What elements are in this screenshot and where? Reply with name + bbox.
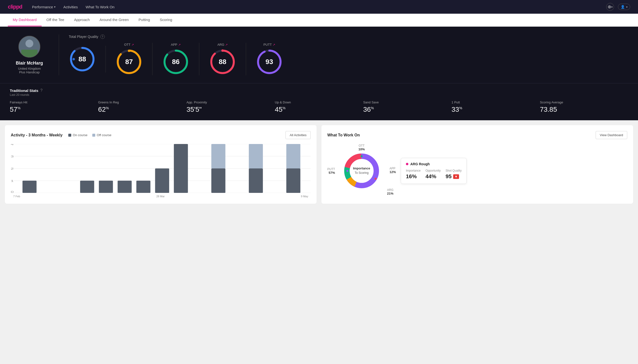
ott-arrow-icon: ↗ <box>131 43 134 46</box>
svg-rect-34 <box>211 168 225 193</box>
stat-sand-save: Sand Save 36% <box>363 100 452 114</box>
x-label-mar: 28 Mar <box>156 195 164 198</box>
tab-off-the-tee[interactable]: Off the Tee <box>42 14 69 26</box>
user-menu-button[interactable]: 👤 ▾ <box>618 4 630 10</box>
tab-my-dashboard[interactable]: My Dashboard <box>8 14 42 26</box>
trad-stats-grid: Fairways Hit 57% Greens In Reg 62% App. … <box>10 100 628 114</box>
player-handicap: Plus Handicap <box>19 70 40 74</box>
tpq-label: Total Player Quality ? <box>69 34 628 39</box>
tab-around-the-green[interactable]: Around the Green <box>95 14 134 26</box>
activity-chart-title: Activity - 3 Months - Weekly <box>11 133 62 138</box>
svg-rect-33 <box>174 144 188 193</box>
svg-rect-39 <box>286 144 300 168</box>
tab-approach[interactable]: Approach <box>69 14 95 26</box>
shot-quality-label: Shot Quality <box>446 169 462 172</box>
stat-scoring-avg-label: Scoring Average <box>540 100 628 104</box>
stat-scoring-avg-value: 73.85 <box>540 106 628 114</box>
logo[interactable]: clippd <box>8 4 22 10</box>
user-icon: 👤 <box>621 5 625 9</box>
ring-arg-label: ARG ↗ <box>218 43 228 46</box>
ring-putt-label: PUTT ↗ <box>263 43 275 46</box>
player-name: Blair McHarg <box>16 61 43 66</box>
stat-1-putt-value: 33% <box>452 106 540 114</box>
activity-bar-chart: 4 3 2 1 0 <box>11 144 311 198</box>
stat-app-proximity-value: 35'5" <box>186 106 275 114</box>
svg-point-9 <box>128 50 130 52</box>
donut-section: OTT 10% APP 12% ARG 21% PUTT 57% <box>327 144 627 198</box>
what-to-work-on-header: What To Work On View Dashboard <box>327 131 627 139</box>
stat-fairways-hit-value: 57% <box>10 106 98 114</box>
trad-stats-info-icon[interactable]: ? <box>40 88 43 93</box>
app-arrow-icon: ↗ <box>178 43 181 46</box>
svg-rect-31 <box>136 181 150 193</box>
vertical-divider <box>59 34 59 75</box>
ring-ott-label: OTT ↗ <box>124 43 134 46</box>
svg-rect-3 <box>21 50 38 57</box>
svg-rect-30 <box>118 181 131 193</box>
tab-putting[interactable]: Putting <box>134 14 155 26</box>
top-nav: clippd Performance ▾ Activities What To … <box>0 0 638 14</box>
donut-chart-area: OTT 10% APP 12% ARG 21% PUTT 57% <box>327 144 396 198</box>
svg-point-47 <box>375 178 376 180</box>
tpq-info-icon[interactable]: ? <box>100 34 105 39</box>
info-card-opportunity: Opportunity 44% <box>426 169 441 180</box>
donut-label-app: APP 12% <box>389 167 396 174</box>
ring-putt: PUTT ↗ 93 <box>246 43 293 75</box>
opportunity-label: Opportunity <box>426 169 441 172</box>
ring-ott: OTT ↗ 87 <box>106 43 152 75</box>
donut-label-arg: ARG 21% <box>387 188 393 195</box>
legend-off-course: Off course <box>92 133 111 137</box>
donut-label-ott: OTT 10% <box>358 144 365 151</box>
svg-rect-37 <box>249 144 263 168</box>
arg-rough-info-card: ARG Rough Importance 16% Opportunity 44%… <box>401 158 467 184</box>
trad-stats-subtitle: Last 20 rounds <box>10 93 43 96</box>
avatar <box>18 36 40 58</box>
tab-scoring[interactable]: Scoring <box>155 14 177 26</box>
score-rings: 88 OTT ↗ 87 <box>69 43 628 75</box>
svg-rect-38 <box>286 168 300 193</box>
ring-ott-value: 87 <box>125 58 133 66</box>
activity-chart-panel: Activity - 3 Months - Weekly On course O… <box>5 125 317 204</box>
svg-point-6 <box>73 58 75 60</box>
activity-chart-header: Activity - 3 Months - Weekly On course O… <box>11 131 311 139</box>
ring-app-container: 86 <box>162 48 189 75</box>
tab-bar: My Dashboard Off the Tee Approach Around… <box>0 14 638 27</box>
stat-sand-save-label: Sand Save <box>363 100 452 104</box>
svg-rect-28 <box>80 181 94 193</box>
ring-total-value: 88 <box>78 55 86 63</box>
info-card-dot <box>406 163 408 165</box>
on-course-dot <box>68 134 71 137</box>
svg-text:1: 1 <box>11 180 14 182</box>
chevron-down-icon: ▾ <box>626 6 627 8</box>
svg-point-1 <box>26 40 33 48</box>
svg-point-46 <box>361 155 363 157</box>
traditional-stats-section: Traditional Stats ? Last 20 rounds Fairw… <box>0 83 638 120</box>
svg-point-48 <box>346 170 348 172</box>
ring-app-value: 86 <box>172 58 179 66</box>
svg-rect-27 <box>23 181 37 193</box>
add-button[interactable]: ⊕ ▾ <box>606 3 614 11</box>
importance-value: 16% <box>406 173 420 180</box>
ring-arg: ARG ↗ 88 <box>199 43 246 75</box>
stat-greens-in-reg-value: 62% <box>98 106 186 114</box>
activity-chart-title-area: Activity - 3 Months - Weekly On course O… <box>11 133 111 138</box>
stat-app-proximity-label: App. Proximity <box>186 100 275 104</box>
stat-up-down-value: 45% <box>275 106 363 114</box>
ring-total-container: 88 <box>69 46 96 72</box>
ring-arg-container: 88 <box>209 48 236 75</box>
stat-fairways-hit: Fairways Hit 57% <box>10 100 98 114</box>
ring-ott-container: 87 <box>116 48 142 75</box>
stat-1-putt-label: 1 Putt <box>452 100 540 104</box>
chevron-down-icon: ▾ <box>611 6 612 8</box>
plus-icon: ⊕ <box>608 4 611 10</box>
nav-performance[interactable]: Performance ▾ <box>32 5 56 9</box>
ring-total: 88 <box>69 46 106 72</box>
shot-quality-badge: ▼ <box>453 174 459 179</box>
chevron-down-icon: ▾ <box>54 6 56 8</box>
all-activities-button[interactable]: All Activities <box>285 131 311 139</box>
tpq-section: Total Player Quality ? 88 OTT <box>69 34 628 75</box>
nav-what-to-work-on[interactable]: What To Work On <box>86 5 115 9</box>
view-dashboard-button[interactable]: View Dashboard <box>596 131 627 139</box>
nav-activities[interactable]: Activities <box>63 5 78 9</box>
svg-rect-29 <box>99 181 113 193</box>
